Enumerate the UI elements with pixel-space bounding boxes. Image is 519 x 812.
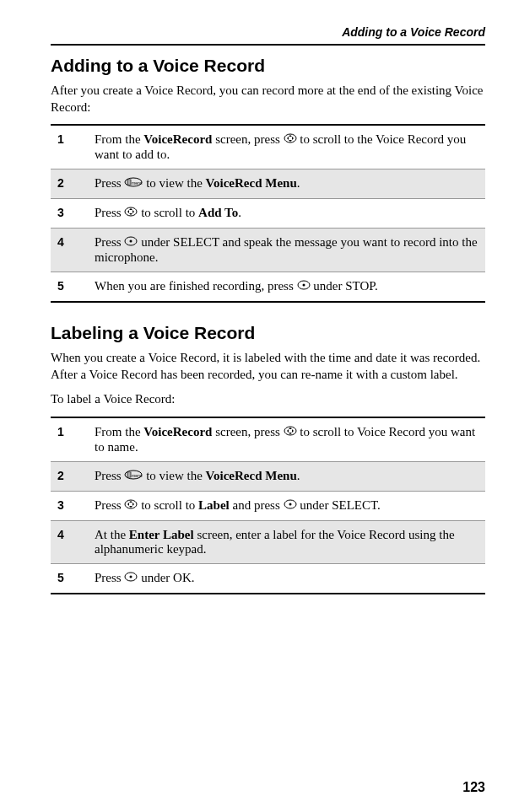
table-row: 2 Press menu to view the VoiceRecd Menu. — [51, 461, 485, 491]
step-text: Press menu to view the VoiceRecd Menu. — [88, 461, 485, 491]
svg-point-19 — [289, 503, 291, 506]
section2-steps-table: 1 From the VoiceRecord screen, press to … — [51, 417, 485, 594]
step-number: 2 — [51, 169, 88, 199]
table-row: 5 When you are finished recording, press… — [51, 272, 485, 303]
section1-intro: After you create a Voice Record, you can… — [51, 83, 485, 116]
step-text: Press to scroll to Add To. — [88, 199, 485, 229]
step-text: When you are finished recording, press u… — [88, 272, 485, 303]
table-row: 3 Press to scroll to Add To. — [51, 199, 485, 229]
dot-icon — [297, 279, 311, 293]
dpad-icon — [124, 498, 138, 513]
step-number: 4 — [51, 521, 88, 564]
svg-point-21 — [130, 576, 132, 578]
step-text: Press under OK. — [88, 564, 485, 594]
step-number: 3 — [51, 491, 88, 520]
step-text: From the VoiceRecord screen, press to sc… — [88, 125, 485, 169]
svg-point-10 — [302, 284, 305, 287]
section2-title: Labeling a Voice Record — [51, 323, 485, 343]
dot-icon — [124, 235, 138, 250]
dot-icon — [124, 571, 138, 585]
table-row: 5 Press under OK. — [51, 564, 485, 594]
section2-lead: To label a Voice Record: — [51, 391, 485, 408]
dpad-icon — [124, 206, 138, 220]
step-text: Press under SELECT and speak the message… — [88, 229, 485, 272]
svg-rect-13 — [127, 472, 131, 477]
table-row: 2 Press menu to view the VoiceRecd Menu. — [51, 169, 485, 199]
step-number: 1 — [51, 417, 88, 462]
section2-intro: When you create a Voice Record, it is la… — [51, 350, 485, 383]
table-row: 3 Press to scroll to Label and press und… — [51, 491, 485, 520]
dot-icon — [284, 498, 297, 513]
step-text: Press menu to view the VoiceRecd Menu. — [88, 169, 485, 199]
menu-icon: menu — [124, 176, 143, 191]
page-number: 123 — [462, 780, 485, 795]
step-text: From the VoiceRecord screen, press to sc… — [88, 417, 485, 462]
step-number: 2 — [51, 461, 88, 491]
dpad-icon — [284, 425, 297, 439]
step-number: 5 — [51, 564, 88, 594]
section1-title: Adding to a Voice Record — [51, 56, 485, 76]
step-number: 1 — [51, 125, 88, 169]
step-text: Press to scroll to Label and press under… — [88, 491, 485, 520]
table-row: 1 From the VoiceRecord screen, press to … — [51, 125, 485, 169]
step-number: 4 — [51, 229, 88, 272]
menu-icon: menu — [124, 469, 143, 483]
step-number: 3 — [51, 199, 88, 229]
header-divider — [51, 44, 485, 46]
table-row: 4 Press under SELECT and speak the messa… — [51, 229, 485, 272]
section1-steps-table: 1 From the VoiceRecord screen, press to … — [51, 124, 485, 303]
table-row: 4 At the Enter Label screen, enter a lab… — [51, 521, 485, 564]
dpad-icon — [284, 132, 297, 147]
step-number: 5 — [51, 272, 88, 303]
svg-point-8 — [130, 240, 132, 243]
svg-rect-2 — [127, 180, 131, 185]
table-row: 1 From the VoiceRecord screen, press to … — [51, 417, 485, 462]
step-text: At the Enter Label screen, enter a label… — [88, 521, 485, 564]
svg-text:menu: menu — [132, 472, 143, 477]
svg-text:menu: menu — [132, 180, 143, 186]
running-header: Adding to a Voice Record — [51, 25, 485, 39]
